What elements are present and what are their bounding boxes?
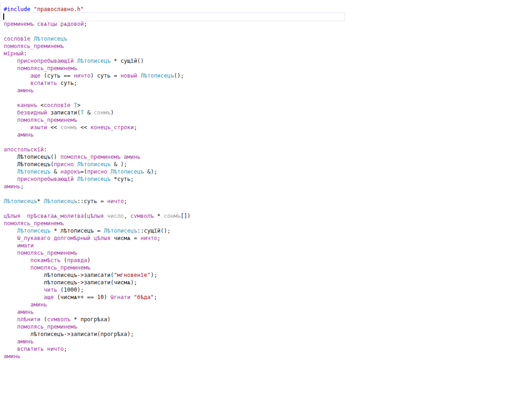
keyword-token: сѵмволъ [131, 213, 154, 219]
code-line: покамѣстъ (правда) [4, 257, 532, 264]
code-line: апостольскїй: [4, 146, 532, 153]
code-line: лѣтописецъ->записати(прогрѣха); [4, 330, 532, 338]
type-token: T [74, 102, 77, 108]
keyword-token: ѿгнати [110, 294, 130, 300]
code-line [4, 138, 532, 146]
code-token: * прогрѣха) [71, 316, 111, 323]
keyword-token: имати [17, 242, 34, 249]
code-token [4, 117, 17, 123]
code-line: Лѣтописецъ(присно Лѣтописецъ & ); [4, 161, 532, 168]
keyword-token: безвидный [17, 109, 47, 116]
keyword-token: помолясь_преминемъ [30, 264, 91, 271]
code-token: ) [110, 109, 114, 116]
code-line: аще (суть == ничто) суть = новый Лѣтопис… [4, 72, 532, 79]
keyword-token: помолясь_преминемъ [4, 43, 64, 49]
code-token: * [154, 213, 164, 219]
keyword-token: новый [121, 72, 137, 79]
code-token: (); [174, 72, 184, 79]
type-token: Лѣтописецъ [44, 198, 77, 204]
code-token [44, 346, 47, 352]
parameter-token: сонмъ [94, 109, 110, 116]
code-line: вспѧтить ничто; [4, 345, 532, 353]
code-token [4, 109, 17, 116]
code-token: , [124, 213, 130, 219]
keyword-token: приснопребывающїй [17, 58, 74, 64]
code-token: ::суть = [77, 198, 107, 204]
string-token: "бѣда" [134, 294, 154, 300]
keyword-token: аще [30, 72, 41, 79]
keyword-token: присно [54, 161, 73, 168]
keyword-token: аминь [17, 132, 34, 138]
code-line [4, 28, 532, 35]
keyword-token: нарокъ [60, 168, 80, 175]
keyword-token: аминь [4, 183, 20, 190]
code-token: (1000); [57, 287, 84, 293]
code-token: суть; [57, 80, 77, 86]
code-token: * [37, 198, 43, 204]
code-token [4, 309, 17, 315]
code-token: ; [154, 294, 157, 300]
code-line: помолясь_преминемъ [4, 42, 532, 50]
type-token: Лѣтописецъ [4, 198, 37, 204]
code-line [4, 13, 532, 20]
code-token: []) [181, 213, 191, 219]
code-line: имати [4, 242, 532, 249]
code-token [4, 80, 30, 86]
type-token: Лѣтописецъ [77, 161, 110, 168]
code-token [4, 324, 17, 330]
code-line: помолясь_преминемъ [4, 220, 532, 227]
code-token: лѣтописецъ->записати( [4, 272, 114, 278]
code-line: мїрный: [4, 50, 532, 57]
code-token: записати( [47, 109, 80, 116]
keyword-token: ничто [140, 235, 157, 241]
code-token: ; [157, 235, 160, 241]
keyword-token: аминь [17, 87, 34, 94]
type-token: Лѣтописецъ [34, 36, 67, 42]
code-editor[interactable]: #include "православно.h"преминемъ свѧтцы… [0, 0, 532, 396]
code-token: * сущїй() [110, 58, 144, 64]
keyword-token: аминь [124, 154, 140, 160]
code-token: << [47, 124, 60, 131]
keyword-token: свѧтцы [37, 21, 57, 27]
code-token: &); [144, 168, 157, 175]
type-token: Лѣтописецъ [140, 72, 174, 79]
code-token: ) суть = [91, 72, 121, 79]
code-line [4, 205, 532, 212]
code-line: вспѧтить суть; [4, 79, 532, 87]
code-line: помолясь_преминемъ [4, 323, 532, 330]
code-token: Лѣтописецъ( [4, 161, 54, 168]
type-token: Лѣтописецъ [17, 228, 50, 234]
code-token [4, 316, 17, 323]
code-token [30, 36, 34, 42]
code-token: ) [87, 257, 91, 264]
code-token [4, 65, 17, 72]
code-line: Лѣтописецъ* Лѣтописецъ::суть = ничто; [4, 198, 532, 205]
code-token: ::сущїй(); [137, 228, 170, 234]
code-token [91, 235, 94, 241]
keyword-token: помолясь_преминемъ [60, 154, 121, 160]
code-token: * лѣтописецъ = [50, 228, 104, 234]
code-line: безвидный записати(T & сонмъ) [4, 109, 532, 116]
keyword-token: прѣсвѧтаѧ_молитва [27, 213, 84, 219]
text-cursor [3, 13, 4, 20]
keyword-token: ничто [47, 346, 64, 352]
code-token: Лѣтописецъ() [4, 154, 60, 160]
code-token [4, 257, 30, 264]
keyword-token: аще [44, 294, 54, 300]
keyword-token: правда [67, 257, 87, 264]
keyword-token: помолясь_преминемъ [17, 117, 77, 123]
keyword-token: помолясь_преминемъ [4, 220, 64, 227]
keyword-token: вспѧтить [17, 346, 44, 352]
keyword-token: аминь [30, 301, 47, 308]
type-token: Лѣтописецъ [77, 58, 110, 64]
code-token [4, 235, 17, 241]
code-line: аминь [4, 353, 532, 360]
code-token: ; [64, 346, 67, 352]
keyword-token: помолясь_преминемъ [17, 250, 77, 256]
code-token [4, 87, 17, 94]
code-token: : [24, 50, 27, 57]
keyword-token: покамѣстъ [30, 257, 60, 264]
code-token [20, 213, 27, 219]
keyword-token: конецъ_строки [91, 124, 134, 131]
code-token [4, 228, 17, 234]
